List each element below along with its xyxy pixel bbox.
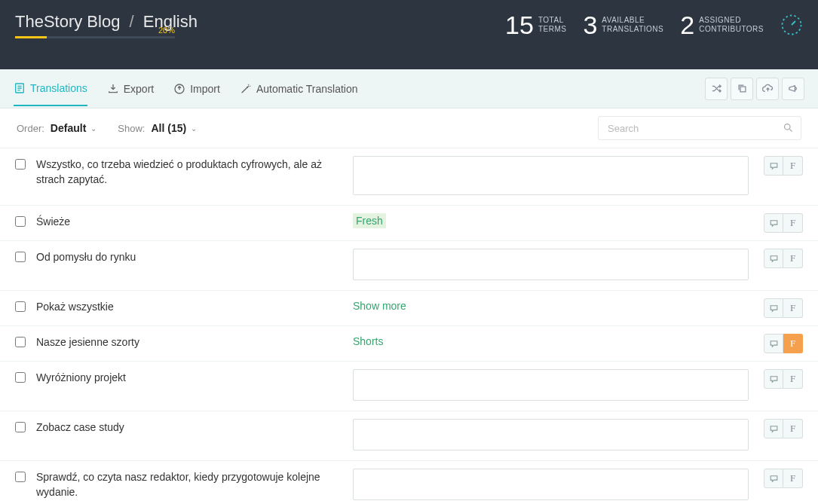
shuffle-button[interactable] [705,78,728,100]
row-checkbox[interactable] [15,372,26,383]
filters: Order: Default ⌄ Show: All (15) ⌄ [0,108,818,148]
import-icon [173,83,185,95]
term-row: Pokaż wszystkieShow moreF [0,291,818,326]
copy-icon [737,83,748,94]
tab-translations[interactable]: Translations [14,72,87,106]
fuzzy-toggle[interactable]: F [783,334,803,353]
comment-icon [769,339,779,349]
chevron-down-icon[interactable]: ⌄ [191,124,197,133]
project-name[interactable]: TheStory Blog [15,12,120,31]
stat-translations: 3 AVAILABLETRANSLATIONS [583,12,663,38]
fuzzy-toggle[interactable]: F [783,469,803,488]
comment-button[interactable] [764,419,783,438]
row-checkbox[interactable] [15,472,26,482]
show-select[interactable]: All (15) [151,122,186,134]
row-checkbox[interactable] [15,301,26,312]
shuffle-icon [711,83,722,94]
term-text: Sprawdź, co czyta nasz redaktor, kiedy p… [36,469,353,499]
megaphone-icon [788,83,799,94]
term-text: Od pomysłu do rynku [36,249,353,265]
header: TheStory Blog / English 20% 15 TOTALTERM… [0,0,818,69]
list-icon [14,82,26,94]
comment-button[interactable] [764,298,783,318]
tabbar: Translations Export Import Automatic Tra… [0,69,818,108]
export-icon [107,83,119,95]
comment-icon [769,474,779,484]
translation-input[interactable] [353,369,749,401]
fuzzy-toggle[interactable]: F [783,213,803,233]
comment-button[interactable] [764,213,783,233]
tab-export[interactable]: Export [107,72,154,105]
term-text: Zobacz case study [36,419,353,435]
comment-icon [769,218,779,228]
term-text: Wszystko, co trzeba wiedzieć o produktac… [36,156,353,187]
cloud-upload-icon [762,83,774,94]
stat-terms: 15 TOTALTERMS [505,12,566,38]
row-checkbox[interactable] [15,159,26,170]
comment-icon [769,254,779,264]
comment-button[interactable] [764,249,783,268]
row-checkbox[interactable] [15,422,26,432]
translation-input[interactable] [353,419,749,451]
order-select[interactable]: Default [51,122,86,134]
search-icon[interactable] [783,122,794,133]
term-text: Nasze jesienne szorty [36,334,353,350]
chevron-down-icon[interactable]: ⌄ [90,124,97,133]
row-checkbox[interactable] [15,337,26,347]
term-row: Wyróżniony projektF [0,362,818,411]
term-row: Nasze jesienne szortyShortsF [0,326,818,362]
search-input[interactable] [598,116,801,140]
fuzzy-toggle[interactable]: F [783,156,803,176]
fuzzy-toggle[interactable]: F [783,249,803,268]
comment-icon [769,374,779,384]
term-text: Świeże [36,213,353,230]
svg-rect-3 [740,87,746,92]
copy-button[interactable] [731,78,753,100]
translation-text[interactable]: Shorts [353,334,383,349]
translation-input[interactable] [353,249,749,280]
fuzzy-toggle[interactable]: F [783,298,803,318]
term-row: Wszystko, co trzeba wiedzieć o produktac… [0,148,818,206]
upload-button[interactable] [756,78,779,100]
translation-input[interactable] [353,469,749,500]
stat-contributors: 2 ASSIGNEDCONTRIBUTORS [680,12,764,38]
terms-list: Wszystko, co trzeba wiedzieć o produktac… [0,148,818,504]
announce-button[interactable] [782,78,804,100]
translation-text[interactable]: Show more [353,298,406,313]
term-row: Sprawdź, co czyta nasz redaktor, kiedy p… [0,461,818,504]
comment-button[interactable] [764,369,783,389]
term-text: Wyróżniony projekt [36,369,353,386]
translation-input[interactable] [353,156,749,195]
comment-icon [769,161,779,171]
tab-import[interactable]: Import [173,72,220,105]
fuzzy-toggle[interactable]: F [783,419,803,438]
row-checkbox[interactable] [15,216,26,227]
term-text: Pokaż wszystkie [36,298,353,315]
order-label: Order: [17,123,44,134]
comment-button[interactable] [764,156,783,176]
comment-button[interactable] [764,334,783,353]
comment-icon [769,304,779,313]
row-checkbox[interactable] [15,252,26,262]
comment-icon [769,424,779,434]
progress: 20% [15,36,175,38]
show-label: Show: [118,123,145,134]
term-row: Od pomysłu do rynkuF [0,241,818,291]
magic-icon [240,83,252,95]
term-row: Zobacz case studyF [0,411,818,461]
fuzzy-toggle[interactable]: F [783,369,803,389]
term-row: ŚwieżeFreshF [0,206,818,241]
comment-button[interactable] [764,469,783,488]
gauge-icon[interactable] [780,14,803,36]
svg-point-4 [785,124,791,130]
progress-pct: 20% [158,26,175,35]
translation-text[interactable]: Fresh [353,213,386,228]
tab-auto-translation[interactable]: Automatic Translation [240,72,358,105]
